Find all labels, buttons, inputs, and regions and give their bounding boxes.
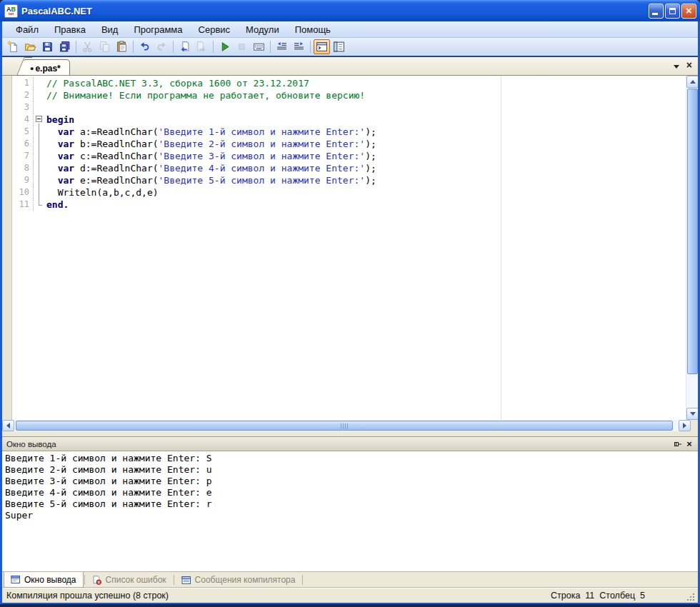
menu-program[interactable]: Программа [126,23,190,36]
menu-service[interactable]: Сервис [191,23,239,36]
code-line[interactable]: 5 var a:=ReadlnChar('Введите 1-й символ … [13,126,698,138]
keyboard-button[interactable] [251,39,267,54]
fold-margin [33,162,44,174]
toolbar-separator [133,41,134,53]
fold-margin[interactable] [33,114,44,126]
output-line: Введите 1-й символ и нажмите Enter: S [5,453,698,464]
scroll-left-button[interactable] [2,420,14,431]
code-line[interactable]: 6 var b:=ReadlnChar('Введите 2-й символ … [13,138,698,150]
run-button[interactable] [216,39,233,54]
close-button[interactable]: × [681,4,696,19]
menu-help[interactable]: Помощь [287,23,339,36]
output-close-button[interactable]: × [684,438,695,449]
tab-close-icon[interactable]: × [686,61,692,69]
code-text: // Внимание! Если программа не работает,… [44,89,365,101]
scroll-right-button[interactable] [679,420,691,431]
open-button[interactable] [22,39,39,54]
indent-button[interactable] [291,39,307,54]
line-number: 2 [13,89,33,101]
new-file-button[interactable] [5,39,21,54]
title-bar[interactable]: AB net PascalABC.NET × [0,0,700,21]
fold-line-end [39,205,42,206]
app-window: AB net PascalABC.NET × ФайлПравкаВидПрог… [0,0,700,604]
page-back-button[interactable] [176,39,193,54]
save-button[interactable] [39,39,56,54]
page-back-icon [179,41,191,53]
code-line[interactable]: 1// PascalABC.NET 3.3, сборка 1600 от 23… [13,77,698,89]
collapse-icon[interactable] [36,116,42,122]
page-forward-icon [196,41,208,53]
editor-vertical-scrollbar[interactable] [686,76,698,420]
paste-button[interactable] [114,39,130,54]
save-all-button[interactable] [56,39,73,54]
bottom-tab-label: Список ошибок [106,575,166,585]
output-window-button[interactable] [314,39,330,54]
code-line[interactable]: 3 [13,101,698,114]
toolbar [2,38,698,56]
maximize-button[interactable] [665,4,680,19]
caret-position: Строка 11 Столбец 5 [551,591,645,601]
undo-button[interactable] [136,39,153,54]
horizontal-scroll-thumb[interactable] [16,421,673,431]
paste-icon [116,41,128,53]
col-label: Столбец [599,591,635,601]
bottom-tab-output-window[interactable]: Окно вывода [4,572,84,588]
code-text: end. [44,199,69,211]
output-line: Введите 4-й символ и нажмите Enter: e [5,487,698,498]
code-text: var b:=ReadlnChar('Введите 2-й символ и … [44,138,376,150]
right-margin-guide [501,76,501,420]
code-text: begin [44,114,74,126]
fold-line [39,126,39,138]
toolbar-separator [76,41,76,53]
outdent-button[interactable] [274,39,290,54]
bottom-tab-error-list[interactable]: Список ошибок [86,572,173,588]
scroll-up-button[interactable] [686,76,698,88]
scroll-down-button[interactable] [686,408,698,420]
menu-file[interactable]: Файл [8,23,46,36]
output-line: Введите 2-й символ и нажмите Enter: u [5,464,698,476]
compiler-messages-icon [181,576,191,585]
menu-view[interactable]: Вид [94,23,126,36]
code-line[interactable]: 8 var d:=ReadlnChar('Введите 4-й символ … [13,162,698,174]
error-list-icon [92,576,102,585]
redo-button[interactable] [154,39,170,54]
copy-icon [99,41,111,53]
editor-horizontal-scrollbar[interactable] [2,420,698,431]
desktop: AB net PascalABC.NET × ФайлПравкаВидПрог… [0,0,700,607]
code-line[interactable]: 9 var e:=ReadlnChar('Введите 5-й символ … [13,174,698,186]
fold-margin [33,199,44,211]
vertical-scroll-thumb[interactable] [687,89,698,374]
breakpoint-margin[interactable] [2,76,12,420]
copy-button[interactable] [96,39,113,54]
menu-edit[interactable]: Правка [46,23,94,36]
fold-margin [33,77,44,89]
form-designer-button[interactable] [331,39,347,54]
menu-modules[interactable]: Модули [238,23,287,36]
code-line[interactable]: 4begin [13,114,698,126]
code-text: var d:=ReadlnChar('Введите 4-й символ и … [44,162,376,174]
code-line[interactable]: 10 Writeln(a,b,c,d,e) [13,186,698,199]
status-bar: Компиляция прошла успешно (8 строк) Стро… [2,588,698,603]
resize-grip[interactable] [686,593,695,601]
stop-button[interactable] [234,39,250,54]
pin-button[interactable] [672,438,684,449]
menu-bar: ФайлПравкаВидПрограммаСервисМодулиПомощь [2,21,698,38]
page-forward-button[interactable] [194,39,210,54]
toolbar-separator [173,41,174,53]
code-line[interactable]: 2// Внимание! Если программа не работает… [13,89,698,101]
code-line[interactable]: 11end. [13,199,698,211]
tab-list-dropdown-icon[interactable] [674,65,679,69]
bottom-tab-bar: Окно выводаСписок ошибокСообщения компил… [2,572,698,588]
bottom-tab-compiler-messages[interactable]: Сообщения компилятора [175,572,302,588]
save-all-icon [59,41,71,53]
panel-splitter[interactable] [2,431,698,436]
line-number: 8 [13,162,33,174]
fold-line [39,174,39,186]
tab-e-pas[interactable]: ● e.pas* [24,59,70,75]
code-line[interactable]: 7 var c:=ReadlnChar('Введите 3-й символ … [13,150,698,162]
code-editor[interactable]: 1// PascalABC.NET 3.3, сборка 1600 от 23… [2,76,698,420]
cut-button[interactable] [79,39,96,54]
tab-separator [302,575,303,585]
minimize-button[interactable] [649,4,664,19]
output-console[interactable]: Введите 1-й символ и нажмите Enter: SВве… [2,451,698,572]
